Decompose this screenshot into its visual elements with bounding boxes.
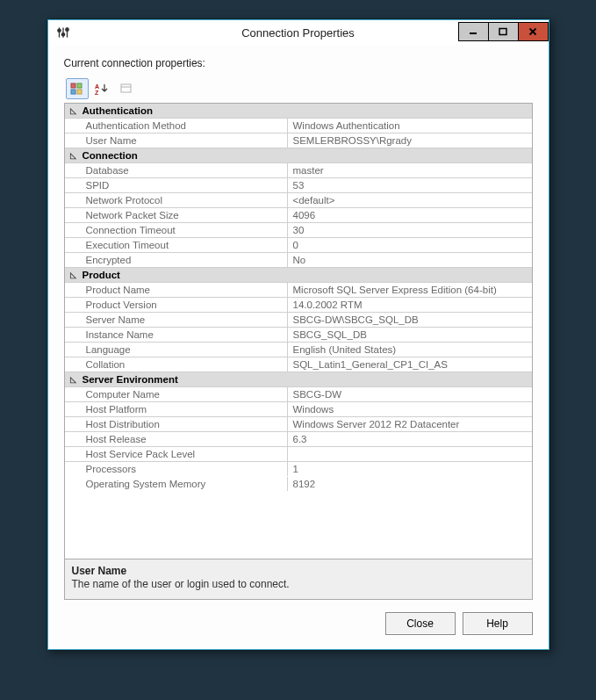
property-row[interactable]: Host DistributionWindows Server 2012 R2 … — [65, 417, 532, 432]
category-title: Connection — [83, 148, 532, 162]
close-button[interactable]: Close — [385, 612, 456, 635]
dialog-footer: Close Help — [64, 612, 533, 635]
property-grid-toolbar: A Z — [64, 76, 533, 101]
category-header[interactable]: Authentication — [65, 104, 532, 119]
svg-rect-7 — [499, 29, 506, 35]
category-header[interactable]: Connection — [65, 148, 532, 163]
property-row[interactable]: Network Protocol<default> — [65, 193, 532, 208]
titlebar[interactable]: Connection Properties — [48, 20, 549, 45]
property-value: SEMLERBROSSY\Rgrady — [288, 134, 532, 148]
intro-label: Current connection properties: — [64, 57, 533, 69]
property-value: No — [288, 253, 532, 267]
property-name: Host Platform — [83, 402, 288, 416]
property-row[interactable]: Processors1 — [65, 462, 532, 477]
minimize-button[interactable] — [458, 22, 489, 41]
property-row[interactable]: Host Service Pack Level — [65, 447, 532, 462]
property-row[interactable]: Databasemaster — [65, 163, 532, 178]
svg-rect-11 — [71, 90, 75, 94]
property-row[interactable]: Instance NameSBCG_SQL_DB — [65, 328, 532, 343]
property-row[interactable]: User NameSEMLERBROSSY\Rgrady — [65, 134, 532, 148]
categorized-view-button[interactable] — [66, 78, 89, 99]
expand-collapse-icon[interactable] — [65, 148, 83, 162]
svg-point-5 — [65, 28, 68, 31]
property-value: master — [288, 163, 532, 177]
app-icon — [55, 25, 71, 40]
expand-collapse-icon[interactable] — [65, 372, 83, 386]
property-value: 0 — [288, 238, 532, 252]
property-row[interactable]: Server NameSBCG-DW\SBCG_SQL_DB — [65, 313, 532, 328]
property-row[interactable]: Operating System Memory8192 — [65, 477, 532, 492]
window-controls — [459, 22, 549, 41]
property-name: Host Release — [83, 432, 288, 446]
property-value: SBCG_SQL_DB — [288, 328, 532, 342]
property-row[interactable]: Host Release6.3 — [65, 432, 532, 447]
close-window-button[interactable] — [518, 22, 549, 41]
property-name: Host Distribution — [83, 417, 288, 431]
property-name: Network Packet Size — [83, 208, 288, 222]
property-row[interactable]: Product Version14.0.2002 RTM — [65, 298, 532, 313]
property-row[interactable]: Product NameMicrosoft SQL Server Express… — [65, 283, 532, 298]
property-value: SBCG-DW\SBCG_SQL_DB — [288, 313, 532, 327]
property-pages-button[interactable] — [115, 78, 138, 99]
property-row[interactable]: Network Packet Size4096 — [65, 208, 532, 223]
property-name: SPID — [83, 178, 288, 192]
svg-point-3 — [61, 33, 64, 36]
property-name: Execution Timeout — [83, 238, 288, 252]
svg-text:Z: Z — [95, 90, 99, 95]
property-name: Operating System Memory — [83, 477, 288, 491]
svg-rect-16 — [121, 84, 131, 92]
property-value: 14.0.2002 RTM — [288, 298, 532, 312]
property-value: 30 — [288, 223, 532, 237]
property-value: 8192 — [288, 477, 532, 491]
svg-point-1 — [57, 29, 60, 32]
svg-rect-12 — [77, 83, 82, 88]
client-area: Current connection properties: A Z — [48, 45, 549, 649]
property-row[interactable]: EncryptedNo — [65, 253, 532, 268]
svg-rect-10 — [71, 83, 75, 88]
alphabetical-view-button[interactable]: A Z — [90, 78, 113, 99]
property-value: Windows Server 2012 R2 Datacenter — [288, 417, 532, 431]
property-name: Language — [83, 343, 288, 357]
svg-rect-13 — [77, 90, 82, 94]
expand-collapse-icon[interactable] — [65, 268, 83, 282]
property-value: Windows Authentication — [288, 119, 532, 133]
property-name: Product Version — [83, 298, 288, 312]
category-header[interactable]: Product — [65, 268, 532, 283]
property-name: Instance Name — [83, 328, 288, 342]
maximize-button[interactable] — [488, 22, 519, 41]
property-value: SQL_Latin1_General_CP1_CI_AS — [288, 357, 532, 372]
property-row[interactable]: Host PlatformWindows — [65, 402, 532, 417]
property-value: Microsoft SQL Server Express Edition (64… — [288, 283, 532, 297]
property-value: 1 — [288, 462, 532, 476]
category-title: Server Environment — [83, 372, 532, 386]
property-value: <default> — [288, 193, 532, 207]
property-row[interactable]: Authentication MethodWindows Authenticat… — [65, 119, 532, 134]
property-value: Windows — [288, 402, 532, 416]
property-name: Server Name — [83, 313, 288, 327]
property-value: 53 — [288, 178, 532, 192]
property-name: Authentication Method — [83, 119, 288, 133]
property-row[interactable]: LanguageEnglish (United States) — [65, 343, 532, 357]
property-name: Product Name — [83, 283, 288, 297]
property-row[interactable]: Computer NameSBCG-DW — [65, 387, 532, 402]
property-row[interactable]: Connection Timeout30 — [65, 223, 532, 238]
property-grid: AuthenticationAuthentication MethodWindo… — [64, 103, 533, 462]
description-pane: User Name The name of the user or login … — [64, 559, 533, 600]
property-row[interactable]: SPID53 — [65, 178, 532, 193]
property-value: 4096 — [288, 208, 532, 222]
property-name: Encrypted — [83, 253, 288, 267]
property-name: Host Service Pack Level — [83, 447, 288, 461]
category-title: Authentication — [83, 104, 532, 118]
expand-collapse-icon[interactable] — [65, 104, 83, 118]
property-value: 6.3 — [288, 432, 532, 446]
svg-text:A: A — [95, 83, 99, 90]
property-name: Network Protocol — [83, 193, 288, 207]
property-row[interactable]: CollationSQL_Latin1_General_CP1_CI_AS — [65, 357, 532, 372]
category-header[interactable]: Server Environment — [65, 372, 532, 387]
dialog-window: Connection Properties Current connection… — [47, 19, 549, 650]
description-text: The name of the user or login used to co… — [72, 578, 525, 590]
property-name: Collation — [83, 357, 288, 372]
help-button[interactable]: Help — [463, 612, 533, 635]
description-title: User Name — [72, 565, 525, 577]
property-row[interactable]: Execution Timeout0 — [65, 238, 532, 253]
